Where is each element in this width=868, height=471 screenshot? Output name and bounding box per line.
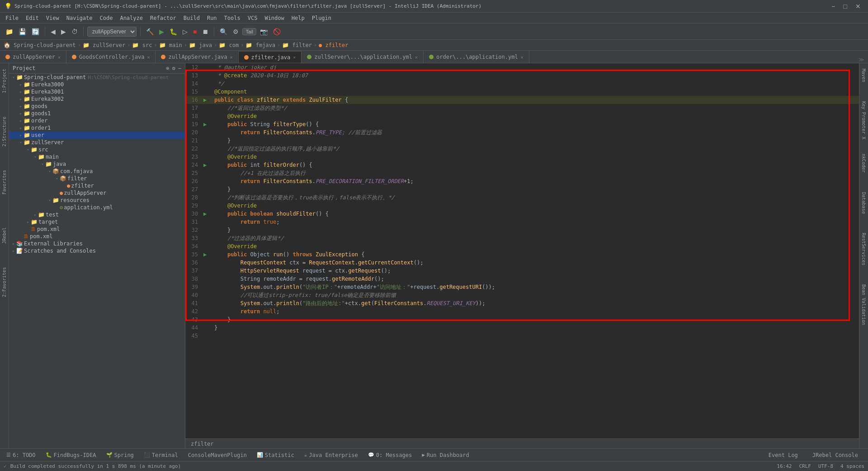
breadcrumb-spring[interactable]: 🏠 Spring-cloud-parent bbox=[4, 42, 76, 48]
menu-item-vcs[interactable]: VCS bbox=[244, 14, 261, 22]
toolbar-screenshot-icon[interactable]: 📷 bbox=[258, 27, 269, 36]
toolbar-search-icon[interactable]: 🔍 bbox=[218, 27, 229, 36]
menu-item-file[interactable]: File bbox=[2, 14, 22, 22]
nkcoder-panel-btn[interactable]: nkCoder bbox=[860, 152, 867, 174]
tree-main[interactable]: ▾ 📁 main bbox=[9, 153, 185, 160]
status-indent[interactable]: 4 spaces bbox=[840, 463, 864, 469]
breadcrumb-java[interactable]: 📁 java bbox=[189, 42, 212, 48]
beanvalidation-panel-btn[interactable]: Bean Validation bbox=[860, 283, 867, 327]
tab-close-zullappserver[interactable]: ✕ bbox=[58, 55, 61, 60]
bottom-tab-todo[interactable]: ☰ 6: TODO bbox=[2, 451, 40, 459]
tab-zfilterjava[interactable]: zfilter.java ✕ bbox=[239, 51, 302, 63]
run-config-dropdown[interactable]: zullAppServer bbox=[87, 27, 137, 37]
tree-filter-pkg[interactable]: ▾ 📦 filter bbox=[9, 175, 185, 182]
toolbar-run-icon[interactable]: ▶ bbox=[157, 27, 166, 36]
tab-close-zfilterjava[interactable]: ✕ bbox=[293, 55, 296, 60]
breadcrumb-fmjava[interactable]: 📁 fmjava bbox=[245, 42, 275, 48]
menu-item-help[interactable]: Help bbox=[288, 14, 308, 22]
tree-pom-root[interactable]: 🗎 pom.xml bbox=[9, 233, 185, 240]
tree-order[interactable]: ▸ 📁 order bbox=[9, 117, 185, 124]
project-header-settings[interactable]: ⚙ bbox=[172, 65, 175, 71]
toolbar-recent-icon[interactable]: ⏱ bbox=[70, 27, 80, 36]
tree-pom-zull[interactable]: 🗎 pom.xml bbox=[9, 226, 185, 233]
minimize-button[interactable]: − bbox=[829, 3, 838, 10]
bottom-tab-eventlog[interactable]: Event Log bbox=[764, 451, 802, 459]
tab-close-zullserver-yml[interactable]: ✕ bbox=[415, 55, 418, 60]
breadcrumb-zfilter[interactable]: ● zfilter bbox=[319, 42, 348, 48]
menu-item-refactor[interactable]: Refactor bbox=[146, 14, 180, 22]
tab-overflow[interactable]: ≫ bbox=[855, 57, 868, 63]
tree-zullappserver-file[interactable]: ● zullAppServer bbox=[9, 189, 185, 197]
breadcrumb-src[interactable]: 📁 src bbox=[132, 42, 152, 48]
toolbar-forward-icon[interactable]: ▶ bbox=[59, 27, 68, 36]
menu-item-navigate[interactable]: Navigate bbox=[63, 14, 96, 22]
menu-item-run[interactable]: Run bbox=[203, 14, 221, 22]
favorites-panel-btn[interactable]: Favorites bbox=[1, 168, 8, 196]
menu-item-build[interactable]: Build bbox=[180, 14, 203, 22]
tree-application-yml[interactable]: ⚙ application.yml bbox=[9, 204, 185, 211]
web-panel-btn[interactable]: 2:Favorites bbox=[1, 265, 8, 299]
toolbar-stop-icon[interactable]: ■ bbox=[191, 27, 198, 36]
menu-item-code[interactable]: Code bbox=[96, 14, 117, 22]
tab-goodscontroller[interactable]: GoodsController.java ✕ bbox=[66, 51, 156, 63]
bottom-tab-jrebel[interactable]: JRebel Console bbox=[808, 451, 863, 459]
tree-test[interactable]: ▸ 📁 test bbox=[9, 211, 185, 218]
project-header-minimize[interactable]: − bbox=[178, 65, 181, 71]
toolbar-tail-btn[interactable]: Tail bbox=[242, 28, 256, 35]
bottom-tab-spring[interactable]: 🌱 Spring bbox=[102, 451, 138, 459]
tree-target[interactable]: ▸ 📁 target bbox=[9, 218, 185, 226]
tab-order-yml[interactable]: order\...\application.yml ✕ bbox=[424, 51, 529, 63]
tree-java[interactable]: ▾ 📁 java bbox=[9, 160, 185, 168]
menu-item-analyze[interactable]: Analyze bbox=[116, 14, 146, 22]
close-button[interactable]: ✕ bbox=[853, 3, 863, 10]
toolbar-block-icon[interactable]: 🚫 bbox=[271, 27, 283, 36]
menu-item-plugin[interactable]: Plugin bbox=[308, 14, 335, 22]
bottom-tab-terminal[interactable]: ⬛ Terminal bbox=[139, 451, 183, 459]
tab-zullappserverjava[interactable]: zullAppServer.java ✕ bbox=[156, 51, 238, 63]
tree-eureka3001[interactable]: ▸ 📁 Eureka3001 bbox=[9, 88, 185, 95]
tree-spring-cloud-parent[interactable]: ▾ 📁 Spring-cloud-parent H:\CSDN\Spring-c… bbox=[9, 74, 185, 81]
tree-goods1[interactable]: ▸ 📁 goods1 bbox=[9, 110, 185, 117]
tree-order1[interactable]: ▸ 📁 order1 bbox=[9, 124, 185, 132]
tree-com-fmjava[interactable]: ▾ 📦 com.fmjava bbox=[9, 168, 185, 175]
status-crlf[interactable]: CRLF bbox=[799, 463, 811, 469]
project-panel-btn[interactable]: 1:Project bbox=[1, 67, 8, 95]
maximize-button[interactable]: □ bbox=[841, 3, 850, 10]
toolbar-run2-icon[interactable]: ▷ bbox=[181, 27, 189, 36]
tab-close-zullappserverjava[interactable]: ✕ bbox=[230, 55, 233, 60]
bottom-tab-statistic[interactable]: 📊 Statistic bbox=[252, 451, 299, 459]
maven-panel-btn[interactable]: Maven bbox=[860, 67, 867, 84]
toolbar-debug-icon[interactable]: 🐛 bbox=[168, 27, 179, 36]
toolbar-refresh-icon[interactable]: 🔄 bbox=[30, 27, 41, 36]
restservices-panel-btn[interactable]: RestServices bbox=[860, 231, 867, 267]
toolbar-save-icon[interactable]: 💾 bbox=[17, 27, 28, 36]
tab-zullserver-yml[interactable]: zullServer\...\application.yml ✕ bbox=[302, 51, 424, 63]
menu-item-edit[interactable]: Edit bbox=[22, 14, 42, 22]
bottom-tab-javaenterprise[interactable]: ☕ Java Enterprise bbox=[300, 451, 363, 459]
tree-zfilter-file[interactable]: ● zfilter bbox=[9, 182, 185, 189]
toolbar-project-icon[interactable]: 📁 bbox=[4, 27, 15, 36]
tree-user[interactable]: ▸ 📁 user bbox=[9, 132, 185, 139]
breadcrumb-filter[interactable]: 📁 filter bbox=[282, 42, 312, 48]
tree-src[interactable]: ▾ 📁 src bbox=[9, 146, 185, 153]
toolbar-build-icon[interactable]: 🔨 bbox=[144, 27, 156, 36]
breadcrumb-main[interactable]: 📁 main bbox=[159, 42, 182, 48]
menu-item-view[interactable]: View bbox=[42, 14, 63, 22]
menu-item-tools[interactable]: Tools bbox=[221, 14, 244, 22]
breadcrumb-zullserver[interactable]: 📁 zullServer bbox=[83, 42, 125, 48]
menu-item-window[interactable]: Window bbox=[261, 14, 288, 22]
jrebel-panel-btn[interactable]: JRebel bbox=[1, 226, 8, 245]
bottom-tab-findbugs[interactable]: 🐛 FindBugs-IDEA bbox=[41, 451, 101, 459]
bottom-tab-rundashboard[interactable]: ▶ Run Dashboard bbox=[417, 451, 474, 459]
toolbar-stop2-icon[interactable]: ⏹ bbox=[200, 27, 210, 36]
tree-external-libs[interactable]: ▸ 📚 External Libraries bbox=[9, 240, 185, 247]
code-editor[interactable]: 12 * @author joker_dj 13 * @create 2020-… bbox=[185, 63, 859, 438]
status-encoding[interactable]: UTF-8 bbox=[818, 463, 833, 469]
tab-close-goodscontroller[interactable]: ✕ bbox=[147, 55, 150, 60]
tree-eureka3002[interactable]: ▸ 📁 Eureka3002 bbox=[9, 95, 185, 103]
bottom-tab-consolemaven[interactable]: ConsoleMavenPlugin bbox=[184, 451, 251, 459]
tab-zullappserver[interactable]: zullAppServer ✕ bbox=[0, 51, 66, 63]
project-header-add[interactable]: ⊕ bbox=[166, 65, 169, 71]
structure-panel-btn[interactable]: 2:Structure bbox=[1, 115, 8, 148]
toolbar-settings-icon[interactable]: ⚙ bbox=[231, 27, 241, 36]
